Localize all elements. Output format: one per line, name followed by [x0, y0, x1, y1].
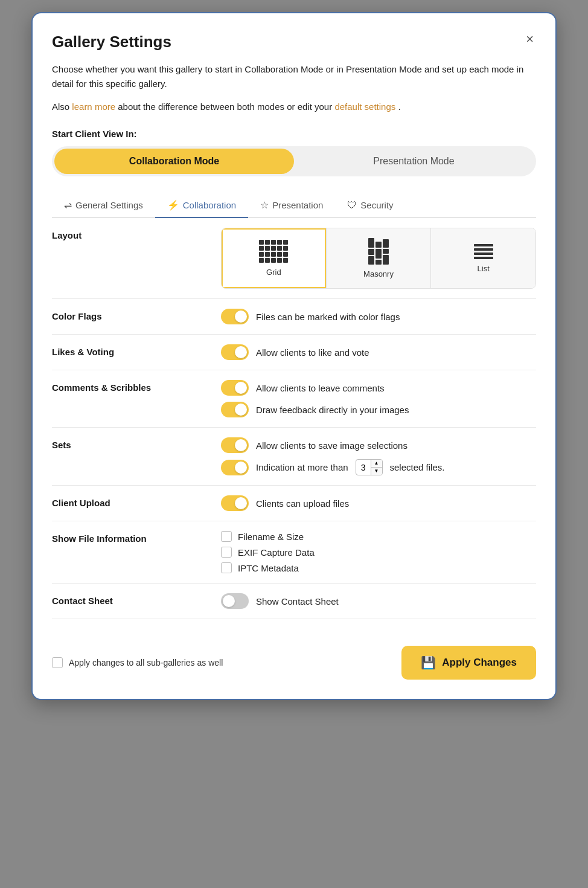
layout-grid-option[interactable]: Grid — [222, 228, 327, 288]
start-view-label: Start Client View In: — [52, 129, 536, 139]
tab-presentation-label: Presentation — [272, 200, 323, 210]
client-upload-row: Client Upload Clients can upload files — [52, 486, 536, 521]
apply-all-row: Apply changes to all sub-galleries as we… — [52, 657, 223, 668]
scribbles-toggle-row: Draw feedback directly in your images — [221, 402, 536, 417]
color-flags-text: Files can be marked with color flags — [256, 312, 400, 322]
contact-sheet-text: Show Contact Sheet — [256, 596, 339, 606]
scribbles-text: Draw feedback directly in your images — [256, 405, 409, 415]
show-file-info-controls: Filename & Size EXIF Capture Data IPTC M… — [221, 521, 536, 584]
likes-voting-controls: Allow clients to like and vote — [221, 335, 536, 370]
comments-controls: Allow clients to leave comments Draw fee… — [221, 370, 536, 428]
color-flags-thumb — [235, 310, 247, 323]
view-mode-toggle-group: Collaboration Mode Presentation Mode — [52, 146, 536, 176]
contact-sheet-toggle[interactable] — [221, 593, 249, 609]
color-flags-controls: Files can be marked with color flags — [221, 299, 536, 335]
color-flags-toggle[interactable] — [221, 309, 249, 324]
color-flags-row: Color Flags Files can be marked with col… — [52, 299, 536, 335]
learn-more-link[interactable]: learn more — [72, 101, 115, 112]
sets-row: Sets Allow clients to save image selecti… — [52, 428, 536, 486]
likes-voting-row: Likes & Voting Allow clients to like and… — [52, 335, 536, 370]
comments-label: Comments & Scribbles — [52, 370, 221, 428]
general-settings-icon: ⇌ — [64, 199, 72, 211]
client-upload-toggle[interactable] — [221, 495, 249, 511]
likes-voting-text: Allow clients to like and vote — [256, 347, 369, 358]
description2-prefix: Also — [52, 101, 72, 112]
description2-suffix: . — [398, 101, 400, 112]
presentation-mode-button[interactable]: Presentation Mode — [294, 149, 534, 174]
sets-indication-row: Indication at more than 3 ▲ ▼ selected f… — [221, 459, 536, 475]
sets-indication-prefix: Indication at more than — [256, 462, 348, 472]
filename-size-row: Filename & Size — [221, 531, 536, 542]
layout-row: Layout Grid — [52, 218, 536, 299]
sets-label: Sets — [52, 428, 221, 486]
layout-list-label: List — [478, 264, 490, 273]
tab-general-settings[interactable]: ⇌ General Settings — [52, 193, 155, 218]
list-icon — [474, 244, 493, 259]
client-upload-toggle-row: Clients can upload files — [221, 495, 536, 511]
likes-voting-thumb — [235, 346, 247, 358]
color-flags-label: Color Flags — [52, 299, 221, 335]
collaboration-icon: ⚡ — [167, 199, 179, 211]
sets-spinner-up[interactable]: ▲ — [371, 460, 382, 468]
description2-mid: about the difference between both modes … — [118, 101, 334, 112]
layout-masonry-label: Masonry — [363, 269, 394, 278]
layout-option-group: Grid — [221, 228, 536, 289]
likes-voting-toggle-row: Allow clients to like and vote — [221, 344, 536, 360]
show-file-info-row: Show File Information Filename & Size EX… — [52, 521, 536, 584]
tab-general-label: General Settings — [75, 200, 143, 210]
sets-number-spinner[interactable]: 3 ▲ ▼ — [356, 459, 383, 475]
color-flags-toggle-row: Files can be marked with color flags — [221, 309, 536, 324]
masonry-icon — [368, 238, 389, 265]
tab-security[interactable]: 🛡 Security — [335, 193, 405, 218]
exif-checkbox[interactable] — [221, 547, 232, 558]
iptc-checkbox[interactable] — [221, 562, 232, 573]
sets-indication-thumb — [235, 462, 247, 474]
tab-security-label: Security — [360, 200, 393, 210]
close-button[interactable]: × — [523, 33, 536, 46]
apply-all-label: Apply changes to all sub-galleries as we… — [69, 658, 223, 668]
sets-controls: Allow clients to save image selections I… — [221, 428, 536, 486]
sets-save-thumb — [235, 439, 247, 451]
likes-voting-toggle[interactable] — [221, 344, 249, 360]
likes-voting-label: Likes & Voting — [52, 335, 221, 370]
description-text: Choose whether you want this gallery to … — [52, 62, 536, 91]
apply-changes-label: Apply Changes — [442, 657, 517, 669]
layout-masonry-option[interactable]: Masonry — [327, 228, 432, 288]
client-upload-text: Clients can upload files — [256, 498, 349, 509]
filename-size-checkbox[interactable] — [221, 531, 232, 542]
layout-controls: Grid — [221, 218, 536, 299]
layout-grid-label: Grid — [266, 268, 281, 277]
show-file-info-label: Show File Information — [52, 521, 221, 584]
apply-all-checkbox[interactable] — [52, 657, 63, 668]
tab-collaboration[interactable]: ⚡ Collaboration — [155, 193, 248, 218]
comments-text: Allow clients to leave comments — [256, 383, 385, 393]
description-links: Also learn more about the difference bet… — [52, 100, 536, 114]
comments-toggle[interactable] — [221, 380, 249, 396]
sets-spinner-arrows: ▲ ▼ — [371, 460, 382, 475]
modal-header: Gallery Settings × — [52, 33, 536, 51]
comments-toggle-row: Allow clients to leave comments — [221, 380, 536, 396]
iptc-label: IPTC Metadata — [238, 563, 299, 573]
sets-spinner-down[interactable]: ▼ — [371, 468, 382, 475]
tab-collaboration-label: Collaboration — [183, 200, 236, 210]
sets-indication-toggle[interactable] — [221, 460, 249, 475]
modal-title: Gallery Settings — [52, 33, 171, 51]
contact-sheet-label: Contact Sheet — [52, 584, 221, 619]
contact-sheet-thumb — [223, 595, 235, 607]
exif-row: EXIF Capture Data — [221, 547, 536, 558]
default-settings-link[interactable]: default settings — [334, 101, 395, 112]
settings-table: Layout Grid — [52, 218, 536, 619]
sets-indication-suffix: selected files. — [390, 462, 445, 472]
collaboration-mode-button[interactable]: Collaboration Mode — [54, 149, 294, 174]
layout-label: Layout — [52, 218, 221, 299]
gallery-settings-modal: Gallery Settings × Choose whether you wa… — [31, 12, 557, 700]
iptc-row: IPTC Metadata — [221, 562, 536, 573]
tab-presentation[interactable]: ☆ Presentation — [248, 193, 335, 218]
sets-save-toggle[interactable] — [221, 437, 249, 453]
layout-list-option[interactable]: List — [431, 228, 535, 288]
apply-changes-button[interactable]: 💾 Apply Changes — [401, 646, 536, 680]
settings-tabs: ⇌ General Settings ⚡ Collaboration ☆ Pre… — [52, 193, 536, 218]
sets-save-text: Allow clients to save image selections — [256, 440, 407, 451]
exif-label: EXIF Capture Data — [238, 547, 315, 558]
scribbles-toggle[interactable] — [221, 402, 249, 417]
